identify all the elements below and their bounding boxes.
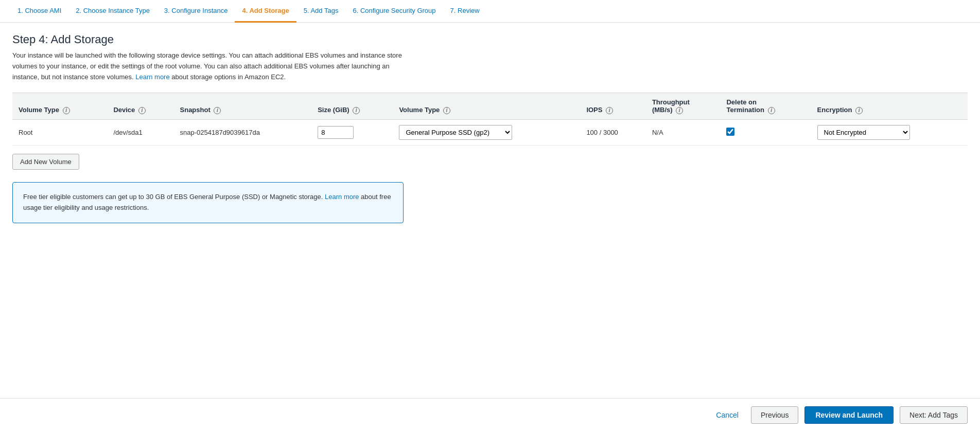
iops-info-icon[interactable]: i [606, 107, 613, 114]
col-header-volume-type-2: Volume Type i [393, 93, 580, 120]
next-button[interactable]: Next: Add Tags [900, 406, 968, 424]
cell-throughput: N/A [646, 119, 721, 145]
col-header-encryption: Encryption i [811, 93, 968, 120]
cell-volume-type-select[interactable]: General Purpose SSD (gp2)Provisioned IOP… [393, 119, 580, 145]
size-info-icon[interactable]: i [353, 107, 360, 114]
description-text-2: about storage options in Amazon EC2. [170, 73, 286, 81]
wizard-step-instance-type[interactable]: 2. Choose Instance Type [68, 0, 157, 23]
cell-encryption[interactable]: Not EncryptedEncrypted [811, 119, 968, 145]
add-new-volume-button[interactable]: Add New Volume [12, 154, 79, 170]
throughput-info-icon[interactable]: i [676, 107, 683, 114]
learn-more-link-1[interactable]: Learn more [135, 73, 169, 81]
page-title: Step 4: Add Storage [12, 33, 968, 46]
cell-size[interactable] [311, 119, 393, 145]
previous-button[interactable]: Previous [751, 406, 798, 424]
table-header: Volume Type i Device i Snapshot i Size (… [12, 93, 968, 120]
col-header-volume-type: Volume Type i [12, 93, 107, 120]
wizard-step-add-storage[interactable]: 4. Add Storage [235, 0, 296, 23]
volume-type-info-icon[interactable]: i [63, 107, 70, 114]
wizard-step-add-tags[interactable]: 5. Add Tags [296, 0, 346, 23]
device-info-icon[interactable]: i [138, 107, 146, 114]
table-row: Root/dev/sda1snap-0254187d9039617daGener… [12, 119, 968, 145]
cancel-button[interactable]: Cancel [710, 407, 745, 423]
storage-table: Volume Type i Device i Snapshot i Size (… [12, 93, 968, 146]
wizard-step-security-group[interactable]: 6. Configure Security Group [345, 0, 443, 23]
col-header-delete: Delete onTermination i [720, 93, 811, 120]
volume-type2-info-icon[interactable]: i [443, 107, 450, 114]
cell-iops: 100 / 3000 [580, 119, 645, 145]
col-header-snapshot: Snapshot i [174, 93, 312, 120]
snapshot-info-icon[interactable]: i [214, 107, 221, 114]
review-and-launch-button[interactable]: Review and Launch [804, 406, 894, 424]
delete-info-icon[interactable]: i [768, 107, 775, 114]
info-box: Free tier eligible customers can get up … [12, 182, 404, 223]
footer: Cancel Previous Review and Launch Next: … [0, 398, 980, 431]
wizard-step-configure[interactable]: 3. Configure Instance [157, 0, 235, 23]
size-input[interactable] [318, 126, 354, 139]
wizard-step-choose-ami[interactable]: 1. Choose AMI [10, 0, 68, 23]
col-header-size: Size (GiB) i [311, 93, 393, 120]
cell-volume-type: Root [12, 119, 107, 145]
info-box-learn-more[interactable]: Learn more [325, 193, 359, 201]
volume-type-select[interactable]: General Purpose SSD (gp2)Provisioned IOP… [399, 125, 512, 140]
cell-snapshot: snap-0254187d9039617da [174, 119, 312, 145]
col-header-iops: IOPS i [580, 93, 645, 120]
main-content: Step 4: Add Storage Your instance will b… [0, 23, 980, 275]
col-header-device: Device i [107, 93, 173, 120]
storage-table-wrapper: Volume Type i Device i Snapshot i Size (… [12, 93, 968, 146]
page-description: Your instance will be launched with the … [12, 50, 404, 82]
cell-delete-on-termination[interactable] [720, 119, 811, 145]
wizard-nav: 1. Choose AMI2. Choose Instance Type3. C… [0, 0, 980, 23]
info-box-text-1: Free tier eligible customers can get up … [23, 193, 325, 201]
cell-device: /dev/sda1 [107, 119, 173, 145]
wizard-step-review[interactable]: 7. Review [443, 0, 487, 23]
encryption-info-icon[interactable]: i [855, 107, 863, 114]
encryption-select[interactable]: Not EncryptedEncrypted [817, 125, 910, 140]
col-header-throughput: Throughput(MB/s) i [646, 93, 721, 120]
storage-tbody: Root/dev/sda1snap-0254187d9039617daGener… [12, 119, 968, 145]
delete-on-termination-checkbox[interactable] [726, 128, 734, 136]
